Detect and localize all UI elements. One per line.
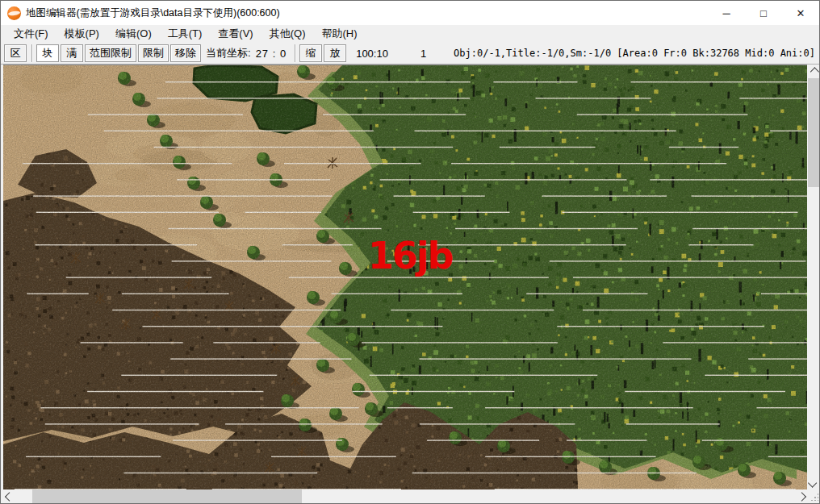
horizontal-scroll-track[interactable] xyxy=(17,489,793,503)
minimize-button[interactable]: ─ xyxy=(708,1,745,25)
close-button[interactable]: ✕ xyxy=(782,1,819,25)
chevron-down-icon xyxy=(808,478,817,487)
current-coord-label: 当前坐标: xyxy=(206,46,251,60)
menu-bar: 文件(F) 模板(P) 编辑(O) 工具(T) 查看(V) 其他(Q) 帮助(H… xyxy=(1,25,819,43)
menu-view[interactable]: 查看(V) xyxy=(210,25,261,43)
range-limit-button[interactable]: 范围限制 xyxy=(85,44,136,62)
menu-other[interactable]: 其他(Q) xyxy=(261,25,314,43)
current-coord-value: 27 : 0 xyxy=(256,48,287,60)
chevron-left-icon xyxy=(4,492,13,501)
vertical-scroll-thumb[interactable] xyxy=(808,78,819,187)
layer-readout: 1 xyxy=(420,48,426,60)
scroll-down-button[interactable] xyxy=(807,476,820,489)
horizontal-scrollbar[interactable] xyxy=(3,489,807,503)
object-status-readout: Obj:0/-1,Title:-1/0,Sm:-1/0 [Area:0 Fr:0… xyxy=(454,48,815,59)
map-label: 16jb xyxy=(368,234,453,277)
tool-bar: 区 块 满 范围限制 限制 移除 当前坐标: 27 : 0 缩 放 100:10… xyxy=(1,43,819,65)
menu-tools[interactable]: 工具(T) xyxy=(160,25,211,43)
menu-help[interactable]: 帮助(H) xyxy=(313,25,365,43)
resize-grip[interactable] xyxy=(807,489,820,503)
zoom-in-button[interactable]: 放 xyxy=(324,44,346,62)
menu-template[interactable]: 模板(P) xyxy=(56,25,107,43)
horizontal-scroll-thumb[interactable] xyxy=(32,489,302,503)
map-editor-window: 地图编辑器(需放置于游戏目录\data目录下使用)(600:600) ─ □ ✕… xyxy=(0,0,820,504)
chevron-up-icon xyxy=(810,67,819,76)
scale-readout: 100:10 xyxy=(356,48,388,60)
region-mode-button[interactable]: 区 xyxy=(4,44,27,62)
app-icon xyxy=(7,6,21,20)
menu-edit[interactable]: 编辑(O) xyxy=(107,25,160,43)
toolbar-separator xyxy=(295,44,296,62)
fill-mode-button[interactable]: 满 xyxy=(61,44,83,62)
scroll-left-button[interactable] xyxy=(3,489,17,503)
zoom-out-button[interactable]: 缩 xyxy=(299,44,322,62)
scroll-up-button[interactable] xyxy=(807,65,820,78)
maximize-button[interactable]: □ xyxy=(745,1,782,25)
limit-button[interactable]: 限制 xyxy=(138,44,169,62)
map-render: 16jb xyxy=(3,65,807,489)
map-canvas[interactable]: 16jb xyxy=(3,65,807,489)
resize-grip-dots xyxy=(810,493,818,501)
menu-file[interactable]: 文件(F) xyxy=(6,25,56,43)
chevron-right-icon xyxy=(797,492,805,501)
window-controls: ─ □ ✕ xyxy=(708,1,819,25)
vertical-scrollbar[interactable] xyxy=(807,65,820,489)
block-mode-button[interactable]: 块 xyxy=(36,44,59,62)
toolbar-separator xyxy=(31,44,33,62)
title-bar[interactable]: 地图编辑器(需放置于游戏目录\data目录下使用)(600:600) ─ □ ✕ xyxy=(1,1,819,25)
remove-button[interactable]: 移除 xyxy=(170,44,201,62)
scroll-right-button[interactable] xyxy=(793,489,807,503)
window-title: 地图编辑器(需放置于游戏目录\data目录下使用)(600:600) xyxy=(26,6,280,20)
